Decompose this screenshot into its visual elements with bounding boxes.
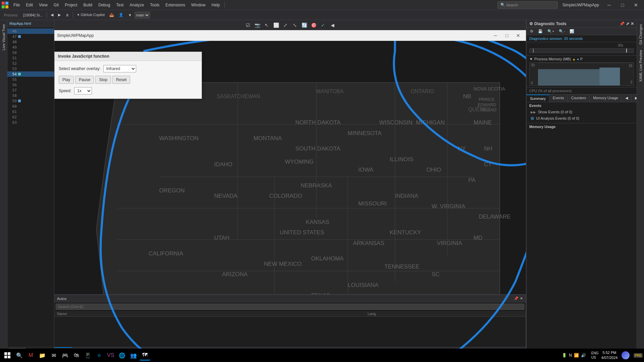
debug-btn-target[interactable]: 🎯 — [310, 21, 318, 29]
menu-debug[interactable]: Debug — [96, 1, 113, 9]
sidebar-live-preview[interactable]: XAML Live Preview — [638, 47, 643, 84]
speed-select[interactable]: 0.5x 1x 2x 4x — [74, 87, 92, 95]
diag-tab-memory[interactable]: Memory Usage — [590, 95, 622, 102]
diag-tab-next[interactable]: ▶ — [632, 95, 637, 102]
line-63: 63 — [9, 120, 17, 125]
sidebar-live-visual-tree[interactable]: Live Visual Tree — [1, 21, 6, 53]
autos-pin[interactable]: 📌 — [514, 296, 519, 301]
play-button[interactable]: Play — [59, 76, 74, 84]
diag-tab-summary[interactable]: Summary — [527, 95, 549, 102]
show-events-item[interactable]: ▶▶ Show Events (0 of 0) — [529, 109, 634, 115]
app-close[interactable]: ✕ — [513, 32, 523, 40]
svg-rect-77 — [599, 68, 620, 85]
ui-events-item[interactable]: ⊞ UI Analysis Events (0 of 0) — [529, 115, 634, 122]
debug-btn-play[interactable]: ✓ — [319, 21, 327, 29]
line-48: 48 — [9, 40, 17, 44]
menu-git[interactable]: Git — [51, 1, 61, 9]
col-value — [212, 312, 368, 316]
diag-tab-events[interactable]: Events — [549, 95, 568, 102]
taskbar-search[interactable]: 🔍 — [14, 350, 25, 361]
tb-btn2[interactable]: ▶ — [56, 12, 63, 18]
taskbar-phone[interactable]: 📱 — [83, 350, 93, 361]
indicator-48 — [18, 41, 21, 43]
menu-analyze[interactable]: Analyze — [127, 1, 147, 9]
taskbar: 🔍 M 📁 ✉ 🎮 🛍 📱 e VS 🌐 👥 🗺 🔋 N 📶 🔊 ENGUS 5… — [0, 349, 644, 362]
debug-btn-cursor[interactable]: ↖ — [263, 21, 271, 29]
close-button[interactable]: ✕ — [629, 0, 643, 10]
line-row-47: 47 — [7, 34, 54, 39]
svg-text:MISSOURI: MISSOURI — [358, 200, 387, 207]
menu-window[interactable]: Window — [189, 1, 208, 9]
app-maximize[interactable]: □ — [502, 32, 512, 40]
svg-text:CT: CT — [484, 161, 492, 168]
diag-close[interactable]: ✕ — [631, 21, 634, 26]
diag-tab-counters[interactable]: Counters — [568, 95, 590, 102]
memory-usage-section: Memory Usage — [527, 123, 637, 131]
start-button[interactable] — [1, 349, 13, 361]
autos-search[interactable] — [56, 304, 524, 310]
menu-extensions[interactable]: Extensions — [163, 1, 188, 9]
tb-more[interactable]: ▼ — [126, 12, 134, 18]
minimize-button[interactable]: ─ — [602, 0, 616, 10]
taskbar-teams[interactable]: 👥 — [128, 350, 139, 361]
menu-help[interactable]: Help — [209, 1, 223, 9]
debug-btn-back[interactable]: ◀ — [328, 21, 336, 29]
taskbar-time: 5:52 PM — [602, 350, 616, 355]
maximize-button[interactable]: □ — [616, 0, 629, 10]
stop-button[interactable]: Stop — [95, 76, 111, 84]
diag-chart[interactable]: 📊 — [568, 28, 576, 34]
taskbar-xbox[interactable]: 🎮 — [60, 350, 70, 361]
diag-session: Diagnostics session: 35 seconds — [527, 35, 637, 42]
diag-content[interactable]: Events ▶▶ Show Events (0 of 0) ⊞ UI Anal… — [527, 102, 637, 355]
diag-zoom-in[interactable]: 🔍+ — [545, 28, 556, 34]
tb-user[interactable]: 👤 — [117, 12, 125, 18]
reset-button[interactable]: Reset — [112, 76, 130, 84]
diag-float[interactable]: ⇗ — [626, 21, 629, 26]
diag-tab-prev[interactable]: ◀ — [622, 95, 632, 102]
sidebar-git-changes[interactable]: Git Changes — [638, 21, 643, 47]
tb-btn3[interactable]: ⏸ — [63, 12, 71, 18]
memory-y-labels: 33 0 — [530, 63, 538, 85]
taskbar-vs[interactable]: VS — [105, 350, 116, 361]
taskbar-files[interactable]: 📁 — [37, 350, 48, 361]
menu-edit[interactable]: Edit — [23, 1, 36, 9]
debug-btn-resize[interactable]: ⤢ — [281, 21, 289, 29]
debug-btn-refresh[interactable]: 🔄 — [300, 21, 308, 29]
taskbar-store[interactable]: 🛍 — [71, 350, 82, 361]
debug-btn-rect[interactable]: ⬜ — [272, 21, 280, 29]
editor-filename[interactable]: MapApp.html — [7, 20, 54, 27]
menu-view[interactable]: View — [36, 1, 50, 9]
menu-project[interactable]: Project — [62, 1, 80, 9]
taskbar-edge[interactable]: e — [94, 350, 105, 361]
tb-share[interactable]: 📤 — [107, 12, 116, 18]
taskbar-avatar[interactable] — [622, 351, 630, 359]
app-minimize[interactable]: ─ — [490, 32, 500, 40]
taskbar-edge2[interactable]: 🌐 — [117, 350, 127, 361]
diag-session-value: 35 seconds — [564, 37, 583, 41]
menu-tools[interactable]: Tools — [147, 1, 162, 9]
tb-btn1[interactable]: ◀ — [49, 12, 55, 18]
debug-btn-check[interactable]: ☑ — [244, 21, 252, 29]
menu-test[interactable]: Test — [114, 1, 126, 9]
taskbar-mcafee[interactable]: M — [25, 350, 36, 361]
search-box[interactable]: 🔍 Search — [497, 1, 558, 9]
menu-build[interactable]: Build — [81, 1, 95, 9]
line-row-53: 53 — [7, 66, 54, 71]
taskbar-sound: 🔊 — [581, 353, 586, 358]
tb-branch-select[interactable]: main — [135, 12, 150, 18]
overlay-select[interactable]: Infrared Visible Temperature Wind — [103, 65, 136, 72]
diag-zoom-out[interactable]: 🔍- — [557, 28, 567, 34]
col-name: Name — [57, 312, 212, 316]
diag-settings[interactable]: ⚙ — [528, 28, 535, 34]
menu-file[interactable]: File — [11, 1, 22, 9]
autos-close[interactable]: ✕ — [520, 296, 523, 301]
diag-pin[interactable]: 📌 — [620, 21, 625, 26]
tb-github-copilot[interactable]: ✦ GitHub Copilot — [75, 12, 107, 18]
debug-btn-cam[interactable]: 📷 — [253, 21, 261, 29]
pause-button[interactable]: Pause — [75, 76, 94, 84]
diag-save[interactable]: 💾 — [536, 28, 545, 34]
taskbar-uwp[interactable]: 🗺 — [140, 350, 150, 361]
debug-btn-resize2[interactable]: ⤡ — [291, 21, 299, 29]
taskbar-mail[interactable]: ✉ — [48, 350, 59, 361]
taskbar-clock: 5:52 PM 4/07/2024 — [601, 350, 618, 361]
